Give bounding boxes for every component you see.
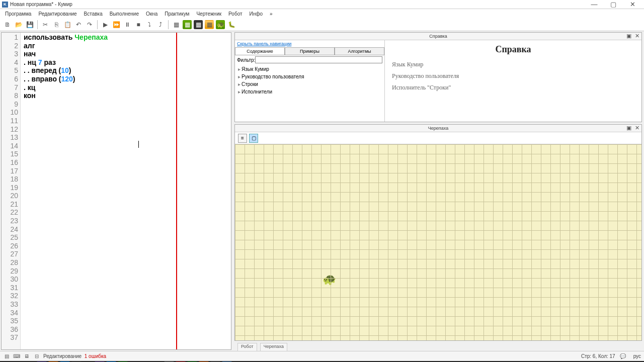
app-icon: K xyxy=(2,2,8,8)
turtle-actor-icon[interactable]: 🐢 xyxy=(216,20,225,29)
menu-Чертежник[interactable]: Чертежник xyxy=(193,10,224,18)
help-link[interactable]: Исполнитель "Строки" xyxy=(392,82,634,94)
hide-nav-link[interactable]: Скрыть панель навигации xyxy=(235,40,384,47)
help-heading: Справка xyxy=(392,44,634,55)
cut-icon[interactable]: ✂ xyxy=(41,20,50,29)
code-line[interactable]: . нц 7 раз xyxy=(24,58,228,67)
sb-icon-2[interactable]: ⌨ xyxy=(13,353,20,360)
statusbar: ▤ ⌨ 🖥 ⊟ Редактирование 1 ошибка Стр: 6, … xyxy=(0,351,644,361)
step-icon[interactable]: ⤵ xyxy=(145,20,154,29)
menu-Робот[interactable]: Робот xyxy=(225,10,245,18)
menu-Практикум[interactable]: Практикум xyxy=(162,10,192,18)
turtle-panel-title: Черепаха ▣ ✕ xyxy=(235,125,641,132)
sb-icon-4[interactable]: ⊟ xyxy=(33,353,40,360)
status-lang: рус xyxy=(633,353,641,359)
help-tab-0[interactable]: Содержание xyxy=(235,47,285,55)
code-line[interactable]: . кц xyxy=(24,83,228,92)
panel-close-icon[interactable]: ✕ xyxy=(633,125,640,131)
help-tree-item[interactable]: ▸Строки xyxy=(238,80,381,88)
status-errors: 1 ошибка xyxy=(85,353,106,359)
help-tree-item[interactable]: ▸Руководство пользователя xyxy=(238,73,381,80)
grid-icon[interactable]: ▦ xyxy=(172,20,181,29)
panel-close-icon[interactable]: ✕ xyxy=(633,33,640,39)
menu-Выполнение[interactable]: Выполнение xyxy=(107,10,142,18)
stop-icon[interactable]: ■ xyxy=(134,20,143,29)
turtle-sprite: 🐢 xyxy=(323,274,335,286)
maximize-button[interactable]: ▢ xyxy=(604,0,623,9)
turtle-toolbar: ≡ ▢ xyxy=(235,132,641,144)
help-panel-title: Справка ▣ ✕ xyxy=(235,33,641,40)
minimize-button[interactable]: — xyxy=(585,0,604,9)
code-line[interactable]: кон xyxy=(24,92,228,100)
open-file-icon[interactable]: 📂 xyxy=(14,20,23,29)
sb-icon-1[interactable]: ▤ xyxy=(3,353,10,360)
code-area[interactable]: использовать Черепахаалгнач. нц 7 раз. .… xyxy=(21,33,231,349)
close-button[interactable]: ✕ xyxy=(623,0,642,9)
panel-dock-icon[interactable]: ▣ xyxy=(625,33,632,39)
help-tree-item[interactable]: ▸Исполнители xyxy=(238,88,381,96)
help-tab-1[interactable]: Примеры xyxy=(285,47,335,55)
actor-tab[interactable]: Черепаха xyxy=(260,343,287,351)
main-toolbar: 🗎 📂 💾 ✂ ⎘ 📋 ↶ ↷ ▶ ⏩ ⏸ ■ ⤵ ⤴ ▦ ▦ ▦ ▦ 🐢 🐛 xyxy=(0,18,644,31)
code-line[interactable]: использовать Черепаха xyxy=(24,33,228,42)
menu-»[interactable]: » xyxy=(267,10,276,18)
actor-green-icon[interactable]: ▦ xyxy=(183,20,192,29)
run-fast-icon[interactable]: ⏩ xyxy=(112,20,121,29)
help-content: Справка Язык КумирРуководство пользовате… xyxy=(385,40,641,122)
actor-black-icon[interactable]: ▦ xyxy=(194,20,203,29)
turtle-menu-icon[interactable]: ≡ xyxy=(238,134,247,143)
paste-icon[interactable]: 📋 xyxy=(63,20,72,29)
code-line[interactable]: нач xyxy=(24,50,228,58)
menubar: ПрограммаРедактированиеВставкаВыполнение… xyxy=(0,9,644,18)
window-title: Новая программа* - Кумир xyxy=(10,2,72,7)
msg-icon[interactable]: 💬 xyxy=(619,353,626,360)
panel-dock-icon[interactable]: ▣ xyxy=(625,125,632,131)
step-over-icon[interactable]: ⤴ xyxy=(156,20,165,29)
menu-Редактирование[interactable]: Редактирование xyxy=(35,10,79,18)
help-tab-2[interactable]: Алгоритмы xyxy=(335,47,384,55)
menu-Инфо[interactable]: Инфо xyxy=(247,10,266,18)
run-icon[interactable]: ▶ xyxy=(101,20,110,29)
turtle-canvas[interactable]: 🐢 xyxy=(235,144,641,340)
window-titlebar: K Новая программа* - Кумир — ▢ ✕ xyxy=(0,0,644,9)
copy-icon[interactable]: ⎘ xyxy=(52,20,61,29)
sb-icon-3[interactable]: 🖥 xyxy=(23,353,30,360)
menu-Окна[interactable]: Окна xyxy=(143,10,160,18)
actor-yellow-icon[interactable]: ▦ xyxy=(205,20,214,29)
code-line[interactable]: . . вправо (120) xyxy=(24,75,228,83)
error-margin-line xyxy=(176,33,177,349)
new-file-icon[interactable]: 🗎 xyxy=(3,20,12,29)
line-gutter: 1234567891011121314151617181920212223242… xyxy=(2,33,21,349)
undo-icon[interactable]: ↶ xyxy=(74,20,83,29)
redo-icon[interactable]: ↷ xyxy=(85,20,94,29)
filter-label: Фильтр: xyxy=(237,57,255,63)
text-caret xyxy=(138,141,139,148)
help-tree: ▸Язык Кумир▸Руководство пользователя▸Стр… xyxy=(235,64,384,97)
status-mode: Редактирование xyxy=(43,353,82,359)
turtle-panel: Черепаха ▣ ✕ ≡ ▢ 🐢 xyxy=(234,124,642,341)
help-tabs: СодержаниеПримерыАлгоритмы xyxy=(235,47,384,55)
help-tree-item[interactable]: ▸Язык Кумир xyxy=(238,65,381,73)
turtle-reset-icon[interactable]: ▢ xyxy=(249,134,258,143)
code-editor[interactable]: 1234567891011121314151617181920212223242… xyxy=(1,32,231,350)
help-nav: Скрыть панель навигации СодержаниеПример… xyxy=(235,40,385,122)
code-line[interactable]: . . вперед (10) xyxy=(24,66,228,75)
code-line[interactable]: алг xyxy=(24,42,228,50)
menu-Программа[interactable]: Программа xyxy=(2,10,34,18)
save-file-icon[interactable]: 💾 xyxy=(25,20,34,29)
menu-Вставка[interactable]: Вставка xyxy=(81,10,106,18)
help-link[interactable]: Язык Кумир xyxy=(392,59,634,70)
bug-icon[interactable]: 🐛 xyxy=(227,20,236,29)
status-position: Стр: 6, Кол: 17 xyxy=(581,353,615,359)
actor-tabs: РоботЧерепаха xyxy=(234,343,642,351)
help-panel: Справка ▣ ✕ Скрыть панель навигации Соде… xyxy=(234,32,642,122)
pause-icon[interactable]: ⏸ xyxy=(123,20,132,29)
help-link[interactable]: Руководство пользователя xyxy=(392,70,634,82)
filter-input[interactable] xyxy=(255,56,382,63)
actor-tab[interactable]: Робот xyxy=(237,343,257,351)
